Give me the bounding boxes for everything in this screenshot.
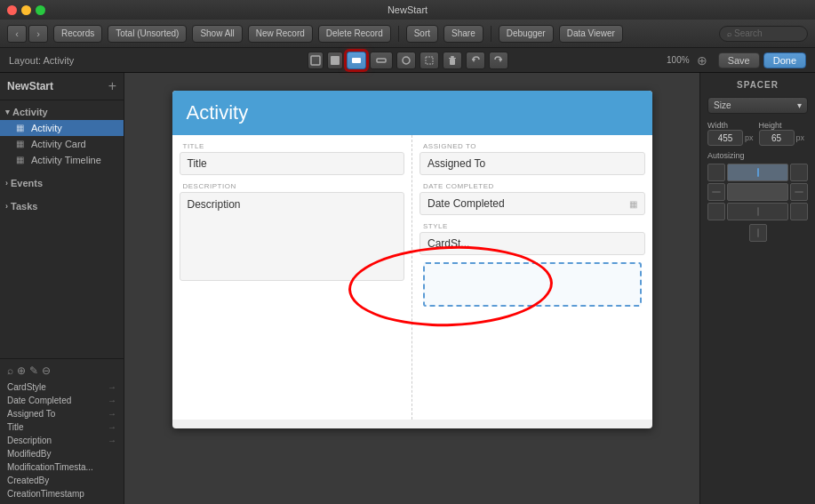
svg-point-4 [403,57,410,64]
show-all-button[interactable]: Show All [192,25,242,43]
field-item-createdby[interactable]: CreatedBy [0,474,124,487]
sidebar-group-tasks-header[interactable]: › Tasks [0,198,124,214]
window-controls [7,5,45,15]
delete-record-button[interactable]: Delete Record [318,25,391,43]
field-tools: ⌕ ⊕ ✎ ⊖ [0,363,124,379]
datecompleted-field-value[interactable]: Date Completed ▦ [419,192,645,215]
close-button[interactable] [7,5,17,15]
layout-tool-trash[interactable] [443,52,462,69]
autosizing-label: Autosizing [707,151,808,160]
data-viewer-button[interactable]: Data Viewer [559,25,623,43]
sidebar-group-activity: ▾ Activity ▦ Activity ▦ Activity Card ▦ … [0,100,124,172]
description-field-value[interactable]: Description [180,192,405,281]
auto-cell-bc[interactable] [727,203,788,220]
field-creationtimestamp-label: CreationTimestamp [7,489,84,499]
new-record-button[interactable]: New Record [248,25,313,43]
auto-cell-ml[interactable] [707,183,725,201]
field-item-modificationtimesta[interactable]: ModificationTimesta... [0,460,124,474]
search-box[interactable]: ⌕ Search [719,26,808,42]
app-title: NewStart [388,4,427,15]
sidebar-item-activity-card[interactable]: ▦ Activity Card [0,136,124,152]
field-datecompleted-label: Date Completed [7,396,71,405]
field-title-arrow: → [108,422,116,432]
field-edit-icon[interactable]: ✎ [29,364,38,377]
width-input[interactable] [707,130,743,146]
chevron-right-icon-events: › [5,179,8,188]
debugger-button[interactable]: Debugger [499,25,554,43]
layout-tool-redo[interactable] [489,52,508,69]
title-field-value[interactable]: Title [180,152,405,175]
records-button[interactable]: Records [53,25,102,43]
auto-cell-tr[interactable] [790,164,808,181]
svg-rect-0 [311,56,320,65]
done-button[interactable]: Done [763,52,806,68]
layout-tool-4[interactable] [370,52,393,69]
nav-forward-button[interactable]: › [28,25,48,43]
style-field-label: STYLE [419,222,645,230]
svg-rect-5 [426,57,433,64]
right-panel: SPACER Size ▾ Width px Height px Autosiz… [699,73,815,504]
total-button[interactable]: Total (Unsorted) [108,25,187,43]
layout-tool-3-active[interactable] [347,52,366,69]
zoom-level: 100% [667,55,690,65]
field-assignedto-arrow: → [108,409,116,419]
auto-cell-bottom-center[interactable] [749,224,767,242]
sidebar-item-activity-timeline[interactable]: ▦ Activity Timeline [0,152,124,168]
field-item-cardstyle[interactable]: CardStyle → [0,380,124,394]
main-area: NewStart + ▾ Activity ▦ Activity ▦ Activ… [0,73,815,504]
field-delete-icon[interactable]: ⊖ [42,364,51,377]
sidebar-add-button[interactable]: + [108,78,116,94]
field-item-title[interactable]: Title → [0,420,124,434]
auto-cell-tc[interactable] [727,164,788,181]
auto-cell-tl[interactable] [707,164,725,181]
field-cardstyle-arrow: → [108,382,116,392]
auto-cell-bl[interactable] [707,203,725,220]
field-item-creationtimestamp[interactable]: CreationTimestamp [0,487,124,500]
field-add-icon[interactable]: ⊕ [17,364,26,377]
zoom-icon[interactable]: ⊕ [697,53,707,68]
field-item-description[interactable]: Description → [0,434,124,447]
assignedto-field-value[interactable]: Assigned To [419,152,645,175]
sidebar-group-activity-header[interactable]: ▾ Activity [0,104,124,120]
separator-2 [491,26,491,42]
assignedto-field-label: ASSIGNED TO [419,142,645,150]
layout-tool-undo[interactable] [466,52,485,69]
auto-cell-mc[interactable] [727,183,788,201]
layout-action-buttons: Save Done [718,52,806,68]
field-datecompleted-arrow: → [108,396,116,405]
table-icon: ▦ [16,123,27,133]
sort-button[interactable]: Sort [406,25,438,43]
field-item-datecompleted[interactable]: Date Completed → [0,394,124,407]
sidebar-group-tasks: › Tasks [0,195,124,218]
svg-rect-3 [377,59,386,62]
search-placeholder: Search [734,28,763,38]
sidebar-group-events-header[interactable]: › Events [0,175,124,191]
layout-tool-5[interactable] [396,52,416,69]
height-input[interactable] [759,130,795,146]
field-search-icon[interactable]: ⌕ [7,364,13,377]
field-item-modifiedby[interactable]: ModifiedBy [0,447,124,460]
save-button[interactable]: Save [718,52,760,68]
field-assignedto-label: Assigned To [7,409,55,419]
minimize-button[interactable] [21,5,31,15]
auto-cell-mr[interactable] [790,183,808,201]
share-button[interactable]: Share [443,25,483,43]
layout-tool-6[interactable] [419,52,439,69]
auto-cell-br[interactable] [790,203,808,220]
width-label: Width [707,121,732,130]
field-item-assignedto[interactable]: Assigned To → [0,407,124,420]
nav-back-button[interactable]: ‹ [7,25,27,43]
style-field-value[interactable]: CardSt... [419,232,645,255]
maximize-button[interactable] [36,5,45,15]
nav-buttons: ‹ › [7,25,48,43]
title-bar: NewStart [0,0,815,20]
spacer-element[interactable] [423,262,642,307]
sidebar-item-activity[interactable]: ▦ Activity [0,120,124,136]
svg-rect-7 [449,58,456,59]
chevron-down-icon: ▾ [797,100,802,110]
search-icon: ⌕ [727,29,731,38]
auto-line-right [795,191,803,193]
panel-size-dropdown[interactable]: Size ▾ [707,97,808,114]
layout-tool-2[interactable] [327,52,343,69]
layout-tool-1[interactable] [308,52,324,69]
